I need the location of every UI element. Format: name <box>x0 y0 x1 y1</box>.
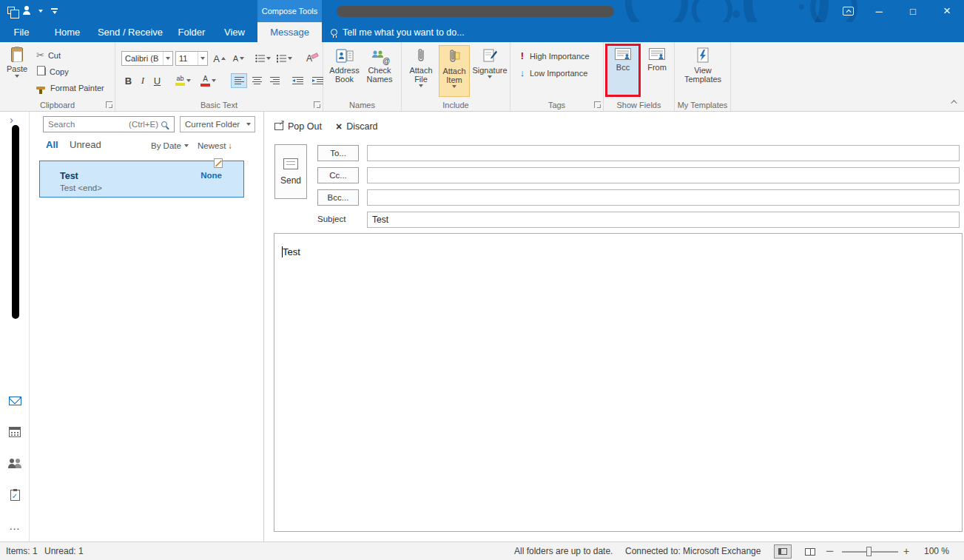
windows-icon[interactable] <box>7 6 15 16</box>
bcc-button[interactable]: Bcc <box>607 45 639 95</box>
address-book-icon <box>336 47 354 64</box>
message-flag: None <box>200 171 222 180</box>
zoom-in-button[interactable]: + <box>903 545 909 557</box>
align-right-button[interactable] <box>266 73 283 88</box>
nav-more-button[interactable]: … <box>0 514 30 536</box>
font-size-value: 11 <box>179 54 187 63</box>
bcc-icon <box>615 47 631 61</box>
sync-status: All folders are up to date. <box>514 546 613 556</box>
cc-input[interactable] <box>367 167 960 183</box>
format-painter-button[interactable]: Format Painter <box>34 80 107 95</box>
mail-icon <box>9 397 21 405</box>
message-body[interactable]: Test <box>274 233 963 532</box>
check-names-button[interactable]: @ Check Names <box>363 45 397 97</box>
zoom-out-button[interactable]: ─ <box>826 545 833 556</box>
nav-calendar-button[interactable] <box>0 421 30 443</box>
basic-text-group-label: Basic Text <box>115 101 323 109</box>
basic-text-dialog-launcher[interactable] <box>314 101 320 108</box>
dropdown-caret-icon[interactable] <box>38 10 43 13</box>
sort-order-button[interactable]: Newest ↓ <box>198 141 232 150</box>
align-left-button[interactable] <box>231 73 247 88</box>
minimize-button[interactable]: ─ <box>862 0 896 22</box>
person-icon[interactable] <box>23 6 30 17</box>
tab-folder[interactable]: Folder <box>169 22 215 42</box>
tab-send-receive[interactable]: Send / Receive <box>95 22 166 42</box>
align-center-button[interactable] <box>249 73 265 88</box>
clipboard-dialog-launcher[interactable] <box>106 101 112 108</box>
filter-tab-unread[interactable]: Unread <box>70 139 101 150</box>
nav-people-button[interactable] <box>0 453 30 475</box>
copy-button[interactable]: Copy <box>34 64 71 79</box>
nav-tasks-button[interactable]: ✓ <box>0 484 30 506</box>
zoom-level[interactable]: 100 % <box>924 546 949 556</box>
low-importance-label: Low Importance <box>530 69 587 78</box>
copy-label: Copy <box>50 67 69 76</box>
numbering-button[interactable] <box>274 51 294 66</box>
paste-button[interactable]: Paste <box>4 45 30 97</box>
lightbulb-icon <box>331 29 337 36</box>
tell-me-box[interactable]: Tell me what you want to do... <box>331 22 465 42</box>
bcc-field-button[interactable]: Bcc... <box>317 189 359 206</box>
discard-label: Discard <box>346 121 377 132</box>
maximize-button[interactable]: □ <box>896 0 930 22</box>
tab-home[interactable]: Home <box>43 22 92 42</box>
tags-dialog-launcher[interactable] <box>594 101 601 108</box>
shrink-font-button[interactable]: A <box>229 51 248 66</box>
high-importance-button[interactable]: ! High Importance <box>516 48 592 64</box>
bcc-input[interactable] <box>367 189 960 206</box>
from-button[interactable]: From <box>642 45 672 97</box>
view-reading-button[interactable] <box>801 544 819 559</box>
tell-me-text: Tell me what you want to do... <box>343 27 465 38</box>
bullets-button[interactable] <box>253 51 273 66</box>
message-list-item[interactable]: Test Test <end> None <box>39 161 244 198</box>
expand-folder-pane-button[interactable]: › <box>10 113 13 126</box>
text-highlight-button[interactable]: ab <box>172 73 195 88</box>
subject-input[interactable] <box>367 212 960 228</box>
tab-view[interactable]: View <box>218 22 252 42</box>
discard-button[interactable]: × Discard <box>336 118 378 135</box>
font-size-select[interactable]: 11 <box>175 51 208 66</box>
close-button[interactable]: × <box>930 0 964 22</box>
to-input[interactable] <box>367 145 960 161</box>
nav-mail-button[interactable] <box>0 390 30 412</box>
from-icon <box>649 47 665 61</box>
ribbon-group-basic-text: Calibri (B 11 A A A <box>115 42 323 111</box>
sort-by-button[interactable]: By Date <box>151 141 189 150</box>
send-label: Send <box>280 175 301 186</box>
dropdown-caret-icon <box>266 57 271 60</box>
view-normal-button[interactable] <box>774 544 792 559</box>
tab-file[interactable]: File <box>6 22 37 42</box>
zoom-slider-thumb[interactable] <box>866 547 872 556</box>
font-name-select[interactable]: Calibri (B <box>121 51 173 66</box>
tab-message[interactable]: Message <box>257 22 322 42</box>
filter-tab-all[interactable]: All <box>46 139 58 150</box>
view-templates-button[interactable]: View Templates <box>681 45 725 97</box>
attach-file-button[interactable]: Attach File <box>405 45 437 97</box>
grow-font-button[interactable]: A <box>210 51 229 66</box>
send-button[interactable]: Send <box>274 144 307 199</box>
clear-formatting-button[interactable]: A <box>303 51 321 66</box>
ribbon-display-options-button[interactable] <box>835 0 861 22</box>
decrease-indent-button[interactable] <box>289 73 307 88</box>
cut-button[interactable]: ✂ Cut <box>34 47 63 63</box>
to-button[interactable]: To... <box>317 145 359 161</box>
dropdown-caret-icon <box>166 57 170 60</box>
collapse-ribbon-button[interactable] <box>948 98 958 107</box>
folder-scope-select[interactable]: Current Folder <box>180 116 255 132</box>
underline-button[interactable]: U <box>150 73 164 88</box>
cc-button[interactable]: Cc... <box>317 167 359 183</box>
low-importance-button[interactable]: ↓ Low Importance <box>516 65 590 81</box>
copy-icon <box>39 67 46 75</box>
show-fields-group-label: Show Fields <box>604 101 674 109</box>
customize-quick-access-icon[interactable] <box>51 8 58 14</box>
font-color-button[interactable]: A <box>197 73 220 88</box>
bold-button[interactable]: B <box>121 73 135 88</box>
signature-button[interactable]: Signature <box>473 45 507 97</box>
address-book-button[interactable]: Address Book <box>328 45 361 97</box>
high-importance-label: High Importance <box>530 52 590 61</box>
italic-button[interactable]: I <box>137 73 149 88</box>
search-input[interactable]: Search (Ctrl+E) <box>43 116 175 132</box>
dropdown-caret-icon <box>212 79 216 82</box>
attach-item-button[interactable]: Attach Item <box>439 45 470 97</box>
pop-out-button[interactable]: ↗ Pop Out <box>274 118 322 135</box>
